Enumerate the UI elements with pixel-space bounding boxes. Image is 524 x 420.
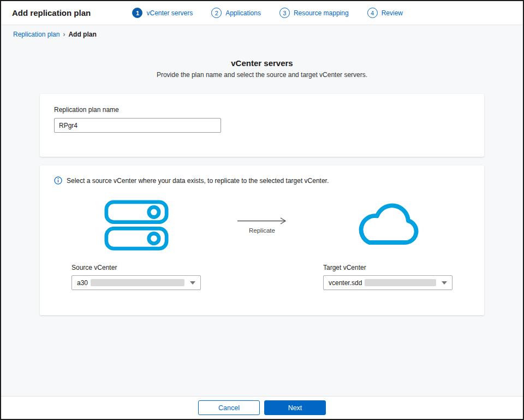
section-subtitle: Provide the plan name and select the sou… [1, 71, 523, 79]
source-servers-icon [104, 200, 169, 251]
step-1-label: vCenter servers [146, 9, 193, 17]
step-1-circle: 1 [132, 8, 142, 18]
breadcrumb: Replication plan › Add plan [1, 25, 523, 43]
wizard-footer: Cancel Next [1, 396, 523, 419]
step-3-circle: 3 [279, 8, 290, 18]
plan-name-input[interactable] [54, 118, 221, 133]
breadcrumb-separator: › [63, 31, 65, 38]
step-2-label: Applications [225, 9, 261, 17]
breadcrumb-replication-plan-link[interactable]: Replication plan [13, 31, 59, 38]
next-button[interactable]: Next [264, 400, 326, 415]
redacted-text [91, 279, 184, 286]
redacted-text [365, 279, 436, 286]
step-vcenter-servers[interactable]: 1 vCenter servers [132, 8, 193, 18]
replicate-label: Replicate [249, 227, 275, 234]
chevron-down-icon [442, 281, 447, 285]
add-replication-plan-window: Add replication plan 1 vCenter servers 2… [0, 0, 524, 420]
cancel-button[interactable]: Cancel [198, 400, 260, 415]
source-vcenter-label: Source vCenter [72, 264, 201, 271]
target-vcenter-value: vcenter.sdd [329, 279, 362, 287]
info-text: Select a source vCenter where your data … [67, 177, 329, 185]
top-bar: Add replication plan 1 vCenter servers 2… [1, 1, 523, 25]
info-icon [54, 176, 62, 185]
source-vcenter-select[interactable]: a30 [72, 275, 201, 290]
window-title: Add replication plan [12, 8, 91, 17]
plan-name-card: Replication plan name [40, 94, 484, 157]
selects-row: Source vCenter a30 Target vCenter vcente… [40, 264, 484, 290]
target-vcenter-label: Target vCenter [323, 264, 452, 271]
breadcrumb-current: Add plan [68, 31, 96, 38]
target-vcenter-select[interactable]: vcenter.sdd [323, 275, 452, 290]
icons-row: Replicate [40, 199, 484, 252]
step-applications[interactable]: 2 Applications [211, 8, 261, 18]
vcenter-selection-card: Select a source vCenter where your data … [40, 165, 484, 315]
step-4-label: Review [382, 9, 403, 17]
wizard-stepper: 1 vCenter servers 2 Applications 3 Resou… [132, 8, 403, 18]
replicate-arrow-icon [237, 217, 287, 225]
main-content: vCenter servers Provide the plan name an… [1, 43, 523, 396]
plan-name-label: Replication plan name [54, 106, 470, 114]
chevron-down-icon [190, 281, 195, 285]
section-title: vCenter servers [1, 58, 523, 68]
step-review[interactable]: 4 Review [367, 8, 403, 18]
step-2-circle: 2 [211, 8, 222, 18]
target-vcenter-field: Target vCenter vcenter.sdd [323, 264, 452, 290]
step-resource-mapping[interactable]: 3 Resource mapping [279, 8, 349, 18]
info-row: Select a source vCenter where your data … [40, 176, 484, 185]
target-cloud-icon [348, 199, 427, 252]
target-icon-column [323, 199, 452, 252]
source-icon-column [72, 200, 201, 251]
source-vcenter-field: Source vCenter a30 [72, 264, 201, 290]
step-3-label: Resource mapping [294, 9, 349, 17]
replicate-indicator: Replicate [201, 217, 323, 234]
step-4-circle: 4 [367, 8, 378, 18]
source-vcenter-value: a30 [77, 279, 88, 287]
